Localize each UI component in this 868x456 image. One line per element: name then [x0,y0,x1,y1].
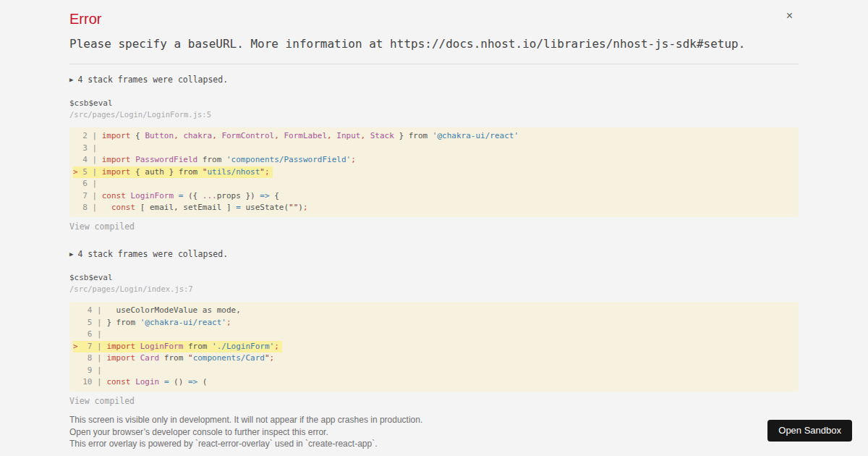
code-token [102,203,111,212]
code-line-content: > 5 | import { auth } from "utils/nhost"… [73,166,273,179]
code-line: > 7 | import LoginForm from './LoginForm… [69,341,799,353]
code-token [135,353,140,363]
collapse-label: 4 stack frames were collapsed. [77,249,228,259]
code-token [135,342,140,351]
code-token: () [169,377,189,387]
code-token: 'components/PasswordField' [226,155,351,164]
code-token: = [236,203,241,212]
line-number: 5 | [78,167,102,177]
line-number: 6 | [78,179,102,188]
code-token: import [102,131,131,140]
line-marker [73,131,78,140]
code-token: from [197,155,226,164]
frame-function-name: $csb$eval [69,99,799,107]
error-message: Please specify a baseURL. More informati… [69,38,799,50]
line-marker [73,155,78,164]
code-token: ; [351,155,356,164]
frame-function-name: $csb$eval [69,274,799,282]
code-token: useState( [241,203,289,212]
line-marker [73,353,78,363]
code-line: > 5 | import { auth } from "utils/nhost"… [69,166,799,179]
code-token: LoginForm [140,342,184,351]
code-token: ; [270,353,275,363]
line-number: 8 | [78,203,102,212]
line-marker [73,203,78,212]
code-line: 6 | [69,178,799,190]
code-token: chakra [183,131,212,140]
code-token: " [265,353,270,363]
code-token: { auth } from [131,167,203,177]
code-frame: 2 | import { Button, chakra, FormControl… [69,127,799,217]
code-token: ) [298,203,303,212]
code-line: 8 | import Card from "components/Card"; [69,352,799,365]
code-token: import [102,155,131,164]
code-token: { [131,131,145,140]
view-compiled-link[interactable]: View compiled [69,223,799,232]
stack-collapse-row[interactable]: ▶4 stack frames were collapsed. [69,250,799,259]
code-line-content: 4 | import PasswordField from 'component… [73,154,359,166]
stack-collapse-row[interactable]: ▶4 stack frames were collapsed. [69,76,799,85]
code-line-content: 2 | import { Button, chakra, FormControl… [73,130,522,143]
stack-frames: ▶4 stack frames were collapsed.$csb$eval… [69,76,799,405]
code-token: Stack [370,131,394,140]
footer-notes: This screen is visible only in developme… [69,414,799,450]
code-line: 5 | } from '@chakra-ui/react'; [69,317,799,329]
line-marker [73,143,78,153]
code-token: Card [140,353,160,363]
code-line-content: 6 | [73,178,105,190]
code-token: Button [145,131,174,140]
code-token: useColorModeValue as mode, [106,305,240,315]
line-marker [73,318,78,327]
line-number: 7 | [78,191,102,200]
footer-note: This screen is visible only in developme… [69,414,799,426]
code-token: ; [274,342,279,351]
code-token: FormLabel [284,131,327,140]
line-marker [73,329,78,339]
code-line-content: 7 | const LoginForm = ({ ...props }) => … [73,190,282,203]
close-button[interactable]: × [786,10,793,22]
code-token: } from [394,131,433,140]
code-token: { [270,191,279,200]
frame-file-location: /src/pages/Login/index.js:7 [69,285,799,293]
code-token: Login [135,377,159,387]
line-marker [73,305,78,315]
code-token: props }) [217,191,260,200]
line-number: 8 | [78,353,107,363]
code-line: 10 | const Login = () => ( [69,376,799,389]
line-number: 2 | [78,131,102,140]
code-line-content: 8 | import Card from "components/Card"; [73,352,277,365]
code-token: => [188,377,197,387]
view-compiled-link[interactable]: View compiled [69,397,799,406]
line-marker: > [73,342,78,351]
line-number: 10 | [78,377,107,387]
code-token: , [212,131,217,140]
code-token [174,191,179,200]
code-token: , [327,131,332,140]
divider [69,64,799,64]
open-sandbox-button[interactable]: Open Sandbox [767,420,852,442]
frame-file-location: /src/pages/Login/LoginForm.js:5 [69,111,799,119]
line-marker: > [73,167,78,177]
code-frame: 4 | useColorModeValue as mode, 5 | } fro… [69,302,799,392]
code-line-content: 9 | [73,365,109,377]
code-token: FormControl [221,131,274,140]
line-number: 4 | [78,305,107,315]
code-token: ( [197,377,207,387]
code-token: , [174,131,179,140]
code-token: '@chakra-ui/react' [433,131,519,140]
line-marker [73,191,78,200]
code-line-content: 3 | [73,143,105,155]
code-token: import [102,167,131,177]
code-token: = [164,377,169,387]
footer-note: Open your browser’s developer console to… [69,426,799,439]
error-overlay: × Error Please specify a baseURL. More i… [0,0,868,450]
code-line-content: 10 | const Login = () => ( [73,376,210,389]
code-token: import [106,353,135,363]
code-token: '@chakra-ui/react' [140,318,226,327]
code-token: const [106,377,130,387]
collapse-arrow-icon: ▶ [69,250,73,258]
code-token: ... [203,191,217,200]
line-number: 6 | [78,329,107,339]
code-token: const [111,203,135,212]
code-token: import [106,342,135,351]
